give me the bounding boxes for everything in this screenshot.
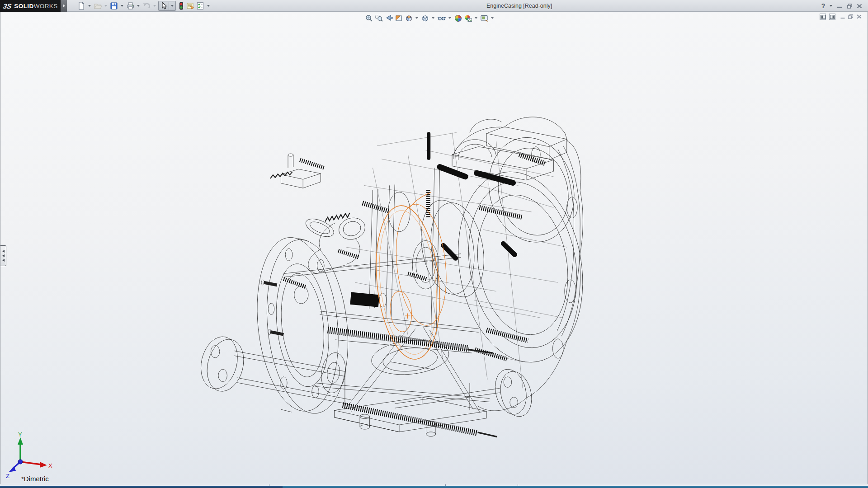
selected-edges-highlight — [369, 192, 452, 362]
3ds-logo-icon: 3S — [3, 2, 12, 10]
dropdown-arrow-icon — [104, 5, 107, 7]
select-cursor-icon — [160, 1, 168, 10]
help-button[interactable]: ? — [818, 1, 828, 10]
titlebar: 3S SOLIDWORKS — [0, 0, 868, 12]
minimize-icon — [837, 4, 842, 8]
stoplight-icon — [178, 1, 185, 10]
document-title: EngineCasing [Read-only] — [486, 3, 552, 9]
help-icon: ? — [821, 2, 826, 9]
status-bar — [0, 484, 868, 488]
dropdown-arrow-icon[interactable] — [121, 5, 123, 7]
close-icon — [857, 4, 862, 9]
triad-x-label: X — [48, 462, 52, 469]
brand-name-light: WORKS — [34, 3, 58, 9]
stoplight-button[interactable] — [178, 1, 185, 10]
save-button[interactable] — [109, 1, 118, 10]
options-checklist-icon — [196, 1, 205, 10]
open-button — [93, 1, 102, 10]
chevron-right-icon — [63, 4, 65, 8]
solidworks-logo: 3S SOLIDWORKS — [0, 0, 61, 12]
standard-toolbar — [77, 1, 212, 10]
dropdown-arrow-icon[interactable] — [137, 5, 140, 7]
dropdown-arrow-icon[interactable] — [171, 5, 174, 7]
triad-z-label: Z — [6, 473, 9, 479]
undo-button — [142, 1, 151, 10]
graphics-viewport[interactable]: Y X Z *Dimetric — [0, 12, 868, 484]
engine-casing-wireframe-model[interactable] — [0, 12, 868, 484]
menu-expand-button[interactable] — [61, 0, 67, 12]
brand-name-bold: SOLID — [14, 3, 33, 9]
restore-icon — [847, 4, 853, 9]
note-properties-button[interactable] — [186, 1, 195, 10]
new-document-icon — [77, 1, 86, 10]
note-hand-icon — [186, 1, 195, 10]
divider — [169, 2, 169, 10]
window-controls: ? — [818, 0, 864, 12]
new-document-button[interactable] — [77, 1, 86, 10]
taskbar-edge — [0, 486, 283, 488]
dropdown-arrow-icon[interactable] — [207, 5, 210, 7]
undo-arrow-icon — [142, 1, 151, 10]
triad-y-label: Y — [18, 432, 22, 438]
open-folder-icon — [93, 1, 102, 10]
taskbar-edge — [283, 486, 868, 488]
select-tool-button[interactable] — [158, 1, 176, 11]
dropdown-arrow-icon[interactable] — [830, 5, 832, 7]
close-button[interactable] — [854, 1, 864, 10]
solidworks-window: { "titlebar": { "brand": { "logo_glyph":… — [0, 0, 868, 488]
minimize-button[interactable] — [835, 1, 844, 10]
restore-button[interactable] — [844, 1, 854, 10]
wireframe-geometry — [196, 117, 597, 437]
print-icon — [126, 1, 135, 10]
view-orientation-label: *Dimetric — [21, 475, 49, 483]
options-button[interactable] — [196, 1, 205, 10]
print-button[interactable] — [126, 1, 135, 10]
save-floppy-icon — [109, 1, 118, 10]
dropdown-arrow-icon[interactable] — [88, 5, 91, 7]
dropdown-arrow-icon — [153, 5, 156, 7]
